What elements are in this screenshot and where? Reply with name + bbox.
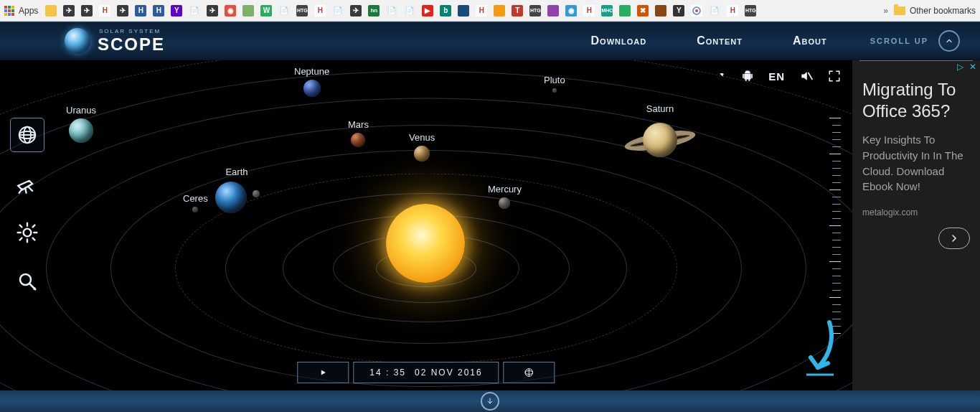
bookmark-favicon[interactable]: HTG <box>296 5 308 17</box>
curved-arrow-icon <box>802 319 838 376</box>
android-icon <box>741 69 754 83</box>
sound-toggle-button[interactable] <box>799 69 814 83</box>
android-store-button[interactable] <box>741 69 754 83</box>
zoom-slider[interactable]: /*ticks drawn below via JS*/ <box>831 118 841 333</box>
bookmark-favicon[interactable]: MHC <box>601 5 613 17</box>
bookmark-favicon[interactable]: H <box>135 5 146 17</box>
nav-about[interactable]: About <box>793 34 827 47</box>
fullscreen-button[interactable] <box>828 70 841 83</box>
bookmark-favicon[interactable] <box>547 5 559 17</box>
bookmark-favicon[interactable]: ✈ <box>63 5 75 17</box>
apple-icon <box>714 69 727 83</box>
bookmarks-overflow-button[interactable]: » <box>883 6 888 16</box>
bookmark-favicon[interactable]: Y <box>673 5 684 17</box>
venus-icon <box>414 146 430 161</box>
bookmark-favicon[interactable]: H <box>99 5 110 17</box>
solar-system-viewport[interactable]: Mercury Venus Mars Earth Ceres <box>0 60 852 390</box>
ad-sidebar: ▷ ✕ Migrating To Office 365? Key Insight… <box>852 60 980 390</box>
planet-label: Mars <box>348 119 369 130</box>
body-saturn[interactable]: Saturn <box>621 103 699 160</box>
bookmark-favicon[interactable]: 📄 <box>709 5 720 17</box>
body-mars[interactable]: Mars <box>348 119 369 147</box>
body-earth[interactable]: Earth <box>215 167 258 215</box>
hud-top-right: EN <box>714 69 841 83</box>
scroll-down-button[interactable] <box>481 392 499 411</box>
search-button[interactable] <box>10 264 44 299</box>
svg-point-8 <box>33 287 36 290</box>
bookmark-favicon[interactable]: ✈ <box>350 5 362 17</box>
bookmark-favicon[interactable]: HTG <box>529 5 541 17</box>
body-neptune[interactable]: Neptune <box>294 66 329 97</box>
bookmark-favicon[interactable] <box>655 5 666 17</box>
scroll-up-button[interactable] <box>938 30 960 52</box>
adchoices-button[interactable]: ▷ <box>956 62 965 71</box>
bookmark-favicon[interactable] <box>691 5 702 17</box>
bookmark-favicon[interactable]: ✈ <box>117 5 128 17</box>
nav-content[interactable]: Content <box>697 34 743 47</box>
location-button[interactable] <box>504 362 555 383</box>
mercury-icon <box>499 197 510 209</box>
ad-headline[interactable]: Migrating To Office 365? <box>862 79 970 122</box>
body-venus[interactable]: Venus <box>409 132 435 161</box>
ad-next-button[interactable] <box>938 228 970 249</box>
bookmark-favicon[interactable]: b <box>440 5 451 17</box>
bookmark-favicon[interactable]: Y <box>171 5 182 17</box>
bookmark-favicon[interactable] <box>494 5 505 17</box>
other-bookmarks-button[interactable]: Other bookmarks <box>894 6 976 16</box>
telescope-button[interactable] <box>10 167 44 201</box>
bookmark-favicon[interactable]: 📄 <box>386 5 397 17</box>
telescope-icon <box>15 172 39 196</box>
planet-label: Mercury <box>488 184 522 195</box>
bookmark-favicon[interactable]: W <box>260 5 272 17</box>
bookmark-favicon[interactable] <box>45 5 57 17</box>
bookmark-favicon[interactable]: H <box>476 5 487 17</box>
play-button[interactable] <box>297 362 349 383</box>
scroll-up-label: SCROLL UP <box>870 37 928 45</box>
bookmark-favicon[interactable]: ◉ <box>565 5 577 17</box>
bookmark-favicon[interactable]: hn <box>368 5 380 17</box>
bookmark-favicon[interactable]: H <box>314 5 326 17</box>
folder-icon <box>894 6 905 15</box>
ad-close-button[interactable]: ✕ <box>968 62 977 71</box>
bookmark-favicon[interactable] <box>458 5 469 17</box>
other-bookmarks-label: Other bookmarks <box>910 6 976 16</box>
bookmark-favicon[interactable]: H <box>727 5 738 17</box>
bookmark-favicon[interactable]: HTG <box>745 5 756 17</box>
nav-download[interactable]: Download <box>591 34 647 47</box>
settings-button[interactable] <box>10 215 44 250</box>
bookmark-favicon[interactable]: 📄 <box>404 5 415 17</box>
ad-domain[interactable]: metalogix.com <box>862 207 970 217</box>
body-uranus[interactable]: Uranus <box>66 105 96 143</box>
bookmark-favicon[interactable]: H <box>153 5 164 17</box>
play-icon <box>319 368 327 377</box>
bookmark-favicon[interactable]: 📄 <box>189 5 200 17</box>
site-logo[interactable]: SOLAR SYSTEM SCOPE <box>65 28 165 54</box>
logo-subtitle: SOLAR SYSTEM <box>99 29 165 34</box>
bookmark-favicon[interactable]: 📄 <box>278 5 290 17</box>
ad-body-text[interactable]: Key Insights To Productivity In In The C… <box>862 132 970 195</box>
bookmark-favicon[interactable]: ▶ <box>422 5 433 17</box>
bookmark-favicon[interactable]: ✖ <box>637 5 649 17</box>
body-mercury[interactable]: Mercury <box>488 184 522 209</box>
bookmark-favicon[interactable]: ◉ <box>225 5 236 17</box>
mars-icon <box>351 133 365 147</box>
bookmark-favicon[interactable]: 📄 <box>332 5 344 17</box>
bookmark-favicon[interactable]: T <box>512 5 523 17</box>
body-sun[interactable] <box>386 204 465 283</box>
language-button[interactable]: EN <box>768 70 785 83</box>
time-value: 14 : 35 <box>369 367 406 378</box>
body-ceres[interactable]: Ceres <box>183 193 208 212</box>
view-mode-button[interactable] <box>10 118 44 152</box>
bookmark-favicon[interactable] <box>242 5 254 17</box>
bookmark-favicon[interactable]: ✈ <box>207 5 218 17</box>
body-pluto[interactable]: Pluto <box>544 75 565 93</box>
bookmark-favicon[interactable]: ✈ <box>81 5 93 17</box>
fullscreen-icon <box>828 70 841 83</box>
logo-globe-icon <box>65 28 90 54</box>
date-value: 02 NOV 2016 <box>415 367 483 378</box>
chrome-apps-button[interactable]: Apps <box>4 6 38 16</box>
bookmark-favicon[interactable] <box>619 5 631 17</box>
bookmark-favicon[interactable]: H <box>583 5 595 17</box>
datetime-display[interactable]: 14 : 35 02 NOV 2016 <box>353 362 499 383</box>
apple-store-button[interactable] <box>714 69 727 83</box>
